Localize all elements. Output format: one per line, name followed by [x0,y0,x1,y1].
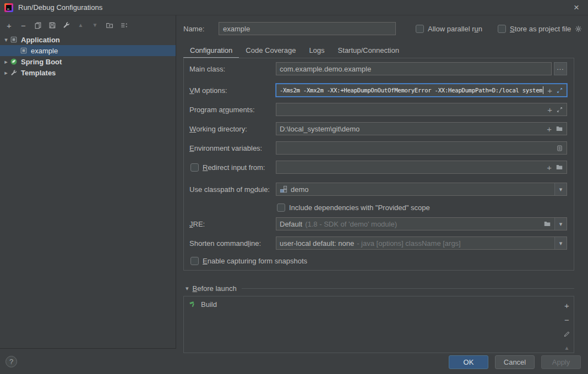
config-tabs: Configuration Code Coverage Logs Startup… [183,43,406,58]
environment-variables-label: Environment variables: [189,144,276,152]
tab-startup-connection[interactable]: Startup/Connection [331,43,406,58]
provided-scope-label: Include dependencies with "Provided" sco… [289,204,430,212]
store-as-project-file-checkbox[interactable] [498,25,506,33]
working-directory-label: Working directory: [189,125,276,133]
intellij-logo-icon [4,3,13,12]
tree-item-application[interactable]: ▾ Application [0,34,176,45]
tree-item-label: Spring Boot [21,58,62,66]
environment-variables-input[interactable] [276,141,567,155]
edit-templates-wrench-icon[interactable] [62,20,71,30]
before-launch-list: Build + − ▲ [183,296,574,353]
apply-button[interactable]: Apply [541,355,581,369]
tree-collapse-icon[interactable]: ▸ [3,58,9,65]
shorten-command-line-combo[interactable]: user-local default: none - java [options… [276,237,567,250]
application-type-icon [9,35,18,44]
name-label: Name: [183,25,219,33]
tab-configuration[interactable]: Configuration [183,43,239,58]
add-task-icon[interactable]: + [562,301,571,310]
program-arguments-expand-icon[interactable] [556,106,563,113]
tree-item-templates[interactable]: ▸ Templates [0,67,176,78]
redirect-input-input[interactable]: + [276,161,567,174]
remove-task-icon[interactable]: − [562,315,571,324]
before-launch-header: ▾ Before launch [186,283,574,294]
classpath-module-combo[interactable]: demo ▾ [276,183,567,196]
tree-collapse-icon[interactable]: ▸ [3,69,9,76]
main-class-input[interactable]: com.example.demo.example [276,62,552,75]
configurations-tree-panel: + − ▲ ▼ ▾ Application [0,15,176,349]
provided-scope-checkbox[interactable] [277,204,285,212]
tab-logs[interactable]: Logs [302,43,331,58]
vm-options-input[interactable]: -Xms2m -Xmx2m -XX:+HeapDumpOnOutOfMemory… [276,84,567,97]
tree-toolbar: + − ▲ ▼ [4,19,128,31]
before-launch-collapse-icon[interactable]: ▾ [186,285,189,292]
window-title: Run/Debug Configurations [18,3,102,12]
tree-item-spring-boot[interactable]: ▸ Spring Boot [0,56,176,67]
copy-configuration-icon[interactable] [33,20,42,30]
move-down-icon[interactable]: ▼ [90,20,100,30]
close-icon[interactable]: × [569,1,584,14]
templates-wrench-icon [9,68,18,77]
edit-task-pencil-icon[interactable] [562,329,571,338]
redirect-input-plus-icon[interactable]: + [547,163,552,172]
store-as-project-file-label: Store as project file [510,25,571,33]
add-configuration-icon[interactable]: + [4,20,14,30]
redirect-input-label: Redirect input from: [203,163,265,172]
configuration-tab-panel: Main class: com.example.demo.example ...… [183,58,574,271]
main-class-browse-button[interactable]: ... [554,62,567,75]
move-task-up-icon[interactable]: ▲ [562,344,571,353]
tree-item-label: example [31,47,58,55]
allow-parallel-run-label: Allow parallel run [428,25,482,33]
main-class-label: Main class: [189,65,276,73]
cancel-button[interactable]: Cancel [495,355,535,369]
build-hammer-icon [188,300,197,309]
working-directory-input[interactable]: D:\local_system\git\demo + [276,122,567,135]
help-button[interactable]: ? [6,356,17,367]
tab-code-coverage[interactable]: Code Coverage [239,43,302,58]
before-launch-toolbar: + − ▲ [562,301,571,353]
shorten-command-line-label: Shorten command line: [189,239,276,248]
form-snapshots-checkbox[interactable] [190,257,199,265]
vm-options-label: VM options: [189,86,276,95]
tree-expand-icon[interactable]: ▾ [3,36,9,43]
jre-combo[interactable]: Default (1.8 - SDK of 'demo' module) ▾ [276,217,567,230]
sort-configurations-icon[interactable] [119,20,128,30]
store-settings-gear-icon[interactable] [574,25,582,33]
form-snapshots-label: Enable capturing form snapshots [203,257,307,265]
titlebar: Run/Debug Configurations × [0,0,588,15]
vm-options-shorten-plus-icon[interactable]: + [547,86,552,95]
ok-button[interactable]: OK [449,355,488,369]
move-up-icon[interactable]: ▲ [76,20,85,30]
program-arguments-plus-icon[interactable]: + [547,106,552,114]
module-icon [280,185,287,193]
chevron-down-icon[interactable]: ▾ [554,218,567,230]
jre-label: JRE: [189,220,276,228]
working-directory-plus-icon[interactable]: + [547,125,552,133]
working-directory-folder-icon[interactable] [556,125,563,133]
before-launch-item-build[interactable]: Build [185,298,557,310]
program-arguments-input[interactable]: + [276,103,567,116]
allow-parallel-run-checkbox[interactable] [416,25,424,33]
tree-item-label: Application [21,36,60,44]
program-arguments-label: Program arguments: [189,106,276,114]
chevron-down-icon[interactable]: ▾ [554,183,567,195]
run-debug-configurations-dialog: Run/Debug Configurations × + − ▲ ▼ [0,0,588,374]
classpath-module-label: Use classpath of module: [189,185,276,194]
jre-folder-icon[interactable] [543,220,551,228]
environment-variables-browse-icon[interactable] [556,145,563,152]
application-config-icon [19,46,28,55]
before-launch-divider [242,288,574,289]
remove-configuration-icon[interactable]: − [19,20,28,30]
configuration-editor-panel: Name: example Allow parallel run Store a… [176,15,588,374]
name-input[interactable]: example [219,22,396,35]
before-launch-title: Before launch [193,284,237,293]
spring-boot-icon [9,57,18,66]
chevron-down-icon[interactable]: ▾ [554,237,567,249]
save-configuration-icon[interactable] [47,20,57,30]
vm-options-expand-icon[interactable] [556,87,563,94]
tree-item-label: Templates [21,69,56,77]
redirect-input-folder-icon[interactable] [556,163,563,171]
name-row: Name: example Allow parallel run Store a… [183,22,581,35]
tree-item-example[interactable]: example [0,45,176,56]
redirect-input-checkbox[interactable] [190,163,199,172]
create-folder-icon[interactable] [105,20,114,30]
